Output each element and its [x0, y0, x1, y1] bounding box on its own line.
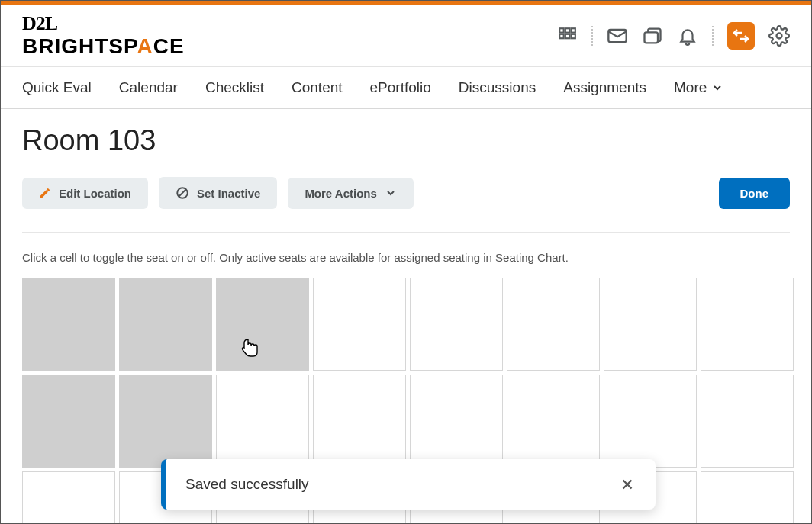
seat-cell[interactable]: [119, 278, 212, 371]
tab-more[interactable]: More: [674, 79, 723, 96]
logo-brightspace: BRIGHTSPACE: [22, 36, 185, 57]
toolbar: Edit Location Set Inactive More Actions …: [22, 177, 790, 233]
divider: [591, 26, 593, 46]
seat-cell[interactable]: [701, 375, 794, 468]
tab-discussions[interactable]: Discussions: [459, 79, 536, 96]
logo-d2l: D2L: [22, 14, 185, 34]
svg-rect-3: [559, 34, 563, 37]
svg-rect-1: [566, 28, 569, 32]
subscriptions-icon[interactable]: [642, 25, 663, 47]
messages-icon[interactable]: [607, 25, 628, 47]
tab-content[interactable]: Content: [292, 79, 343, 96]
divider: [712, 26, 714, 46]
seat-cell[interactable]: [410, 375, 503, 468]
close-icon: [619, 476, 636, 493]
toast-close-button[interactable]: [619, 476, 636, 493]
instruction-text: Click a cell to toggle the seat on or of…: [22, 251, 790, 264]
seat-cell[interactable]: [604, 375, 697, 468]
cursor-icon: [241, 338, 259, 358]
tab-calendar[interactable]: Calendar: [119, 79, 178, 96]
pencil-icon: [39, 187, 51, 199]
seat-cell[interactable]: [119, 375, 212, 468]
logo-text-post: CE: [153, 34, 185, 58]
svg-rect-5: [571, 34, 575, 37]
chevron-down-icon: [711, 82, 723, 94]
edit-location-label: Edit Location: [59, 187, 131, 200]
tab-assignments[interactable]: Assignments: [563, 79, 646, 96]
logo-text-accent: A: [137, 34, 153, 58]
toast-message: Saved successfully: [185, 476, 619, 493]
done-button[interactable]: Done: [719, 178, 791, 209]
chevron-down-icon: [385, 187, 397, 199]
logo[interactable]: D2L BRIGHTSPACE: [22, 14, 185, 57]
seat-cell[interactable]: [410, 278, 503, 371]
tab-more-label: More: [674, 79, 707, 96]
set-inactive-button[interactable]: Set Inactive: [159, 177, 277, 209]
seat-cell[interactable]: [604, 278, 697, 371]
more-actions-label: More Actions: [304, 187, 376, 200]
seat-cell[interactable]: [216, 375, 309, 468]
prohibit-icon: [176, 186, 189, 200]
svg-line-10: [179, 190, 186, 197]
seat-cell[interactable]: [216, 278, 309, 371]
logo-text-pre: BRIGHTSP: [22, 34, 137, 58]
seat-cell[interactable]: [313, 375, 406, 468]
seat-cell[interactable]: [22, 471, 115, 524]
edit-location-button[interactable]: Edit Location: [22, 178, 148, 209]
svg-point-8: [777, 33, 782, 38]
tab-eportfolio[interactable]: ePortfolio: [370, 79, 431, 96]
switch-icon[interactable]: [727, 22, 755, 50]
page-title: Room 103: [22, 124, 790, 157]
tab-quick-eval[interactable]: Quick Eval: [22, 79, 92, 96]
seat-cell[interactable]: [22, 375, 115, 468]
svg-rect-7: [645, 32, 659, 43]
seat-cell[interactable]: [507, 278, 600, 371]
seat-cell[interactable]: [701, 278, 794, 371]
header-icons: [556, 22, 790, 50]
svg-rect-2: [571, 28, 575, 32]
header: D2L BRIGHTSPACE: [1, 5, 811, 67]
set-inactive-label: Set Inactive: [197, 187, 260, 200]
notifications-icon[interactable]: [677, 25, 698, 47]
toast: Saved successfully: [161, 459, 656, 510]
nav-tabs: Quick Eval Calendar Checklist Content eP…: [1, 67, 811, 109]
svg-rect-0: [559, 28, 563, 32]
tab-checklist[interactable]: Checklist: [205, 79, 264, 96]
seat-cell[interactable]: [22, 278, 115, 371]
seat-cell[interactable]: [507, 375, 600, 468]
settings-icon[interactable]: [768, 25, 790, 47]
seat-cell[interactable]: [313, 278, 406, 371]
apps-icon[interactable]: [556, 25, 578, 47]
more-actions-button[interactable]: More Actions: [288, 178, 413, 209]
seat-cell[interactable]: [701, 471, 794, 524]
svg-rect-4: [566, 34, 569, 37]
